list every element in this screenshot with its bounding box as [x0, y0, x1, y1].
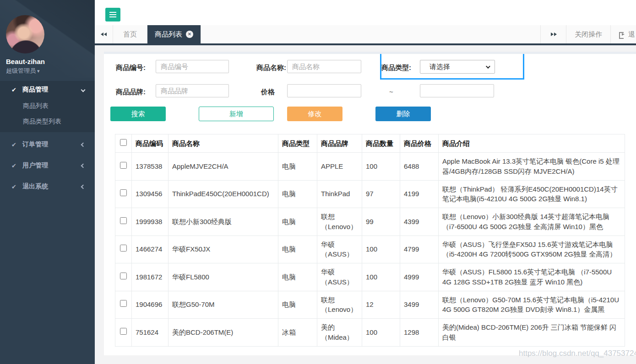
- delete-button[interactable]: 删除: [375, 107, 431, 121]
- cell-code: 1999938: [132, 208, 169, 236]
- cell-type: 电脑: [278, 291, 317, 319]
- price-max-input[interactable]: [420, 84, 494, 97]
- edit-button[interactable]: 修改: [287, 107, 342, 121]
- watermark: https://blog.csdn.net/qq_43753724: [519, 349, 636, 358]
- logout-button[interactable]: 退: [610, 25, 636, 43]
- cell-price: 6488: [400, 153, 439, 181]
- sidebar-subitem-label: 商品列表: [23, 102, 49, 110]
- price-min-input[interactable]: [287, 84, 361, 97]
- tab-bar: 首页 商品列表 ✕ 关闭操作 退: [95, 25, 636, 45]
- name-label: 商品名称:: [256, 64, 286, 72]
- cell-price: 4999: [400, 263, 439, 291]
- sign-out-icon: [619, 31, 626, 38]
- cell-code: 1309456: [132, 180, 169, 208]
- cell-code: 1378538: [132, 153, 169, 181]
- avatar[interactable]: [6, 15, 44, 54]
- search-button[interactable]: 搜索: [110, 107, 166, 121]
- row-checkbox[interactable]: [120, 217, 127, 224]
- double-right-arrow-icon: [551, 32, 554, 36]
- cell-intro: 华硕（ASUS）飞行堡垒FX50J 15.6英寸游戏笔记本电脑（i5-4200H…: [439, 236, 625, 263]
- close-operations-button[interactable]: 关闭操作: [566, 25, 610, 43]
- cell-name: 美的BCD-206TM(E): [169, 319, 278, 347]
- role-label: 超级管理员: [6, 67, 36, 74]
- cell-code: 1981672: [132, 263, 169, 291]
- brand-input[interactable]: [156, 84, 229, 97]
- cell-type: 电脑: [278, 263, 317, 291]
- sidebar-item-goods-list[interactable]: 商品列表: [0, 98, 95, 114]
- double-right-arrow-icon: [554, 32, 557, 36]
- cell-name: AppleMJVE2CH/A: [169, 153, 278, 181]
- col-header-price: 商品价格: [400, 134, 439, 153]
- double-left-arrow-icon: [101, 32, 103, 36]
- cell-intro: 美的(Midea) BCD-206TM(E) 206升 三门冰箱 节能保鲜 闪白…: [439, 319, 625, 347]
- cell-type: 电脑: [278, 153, 317, 181]
- chevron-left-icon: [81, 184, 86, 189]
- top-header: [95, 0, 636, 25]
- close-tab-icon[interactable]: ✕: [186, 31, 193, 38]
- table-header-row: 商品编码 商品名称 商品类型 商品品牌 商品数量 商品价格 商品介绍: [115, 134, 625, 153]
- scroll-tabs-right-button[interactable]: [540, 25, 566, 43]
- tab-home[interactable]: 首页: [113, 25, 147, 43]
- code-input[interactable]: [156, 60, 229, 73]
- chevron-left-icon: [81, 142, 86, 147]
- double-left-arrow-icon: [104, 32, 107, 36]
- type-select-value: 请选择: [429, 63, 450, 71]
- tab-label: 首页: [123, 30, 137, 39]
- scroll-tabs-left-button[interactable]: [95, 25, 113, 43]
- check-icon: ✔: [11, 141, 16, 148]
- logout-label: 退: [628, 30, 635, 39]
- tab-bar-right-actions: 关闭操作 退: [540, 25, 636, 43]
- row-checkbox[interactable]: [120, 189, 127, 196]
- cell-brand: 华硕（ASUS）: [317, 236, 362, 263]
- cell-code: 1466274: [132, 236, 169, 263]
- add-button[interactable]: 新增: [199, 107, 274, 121]
- cell-intro: Apple MacBook Air 13.3英寸笔记本电脑 银色(Core i5…: [439, 153, 625, 181]
- row-checkbox[interactable]: [120, 328, 127, 335]
- tab-goods-list[interactable]: 商品列表 ✕: [147, 25, 201, 43]
- cell-qty: 100: [362, 153, 400, 181]
- sidebar-item-exit-system[interactable]: ✔ 退出系统: [0, 178, 95, 195]
- col-header-qty: 商品数量: [362, 134, 400, 153]
- cell-code: 751624: [132, 319, 169, 347]
- dropdown-arrow-icon: [486, 64, 490, 69]
- check-icon: ✔: [11, 86, 16, 93]
- sidebar-item-user-management[interactable]: ✔ 用户管理: [0, 157, 95, 174]
- cell-name: 联想G50-70M: [169, 291, 278, 319]
- table-row: 1466274 华硕FX50JX 电脑 华硕（ASUS） 100 4799 华硕…: [115, 236, 625, 263]
- caret-down-icon: ▾: [37, 68, 40, 74]
- cell-price: 4199: [400, 180, 439, 208]
- name-input[interactable]: [287, 60, 361, 73]
- role-dropdown[interactable]: 超级管理员▾: [6, 67, 89, 75]
- sidebar-item-goods-type-list[interactable]: 商品类型列表: [0, 114, 95, 129]
- profile-block: Beaut-zihan 超级管理员▾: [0, 0, 95, 75]
- col-header-type: 商品类型: [278, 134, 317, 153]
- main-content: 商品编号: 商品名称: 商品类型: 请选择 商品品牌: 商品品牌: 价格 ~ 搜…: [95, 45, 636, 364]
- cell-name: ThinkPadE450C(20EH0001CD): [169, 180, 278, 208]
- cell-type: 电脑: [278, 236, 317, 263]
- price-range-separator: ~: [389, 88, 393, 96]
- cell-type: 冰箱: [278, 319, 317, 347]
- type-label: 商品类型:: [381, 64, 411, 72]
- sidebar-item-goods-management[interactable]: ✔ 商品管理: [0, 81, 95, 98]
- select-all-checkbox[interactable]: [120, 139, 127, 146]
- type-select[interactable]: 请选择: [420, 60, 495, 74]
- sidebar-item-order-management[interactable]: ✔ 订单管理: [0, 136, 95, 153]
- check-icon: ✔: [11, 162, 16, 169]
- cell-price: 4399: [400, 208, 439, 236]
- cell-type: 电脑: [278, 208, 317, 236]
- cell-brand: ThinkPad: [317, 180, 362, 208]
- cell-intro: 联想（Lenovo）G50-70M 15.6英寸笔记本电脑（i5-4210U 4…: [439, 291, 625, 319]
- col-header-intro: 商品介绍: [439, 134, 625, 153]
- table-row: 1904696 联想G50-70M 电脑 联想（Lenovo） 12 3499 …: [115, 291, 625, 319]
- row-checkbox[interactable]: [120, 245, 127, 252]
- price-label: 价格: [261, 88, 275, 96]
- content-panel: 商品编号: 商品名称: 商品类型: 请选择 商品品牌: 商品品牌: 价格 ~ 搜…: [104, 52, 636, 355]
- cell-name: 华硕FX50JX: [169, 236, 278, 263]
- hamburger-button[interactable]: [105, 8, 120, 21]
- cell-name: 华硕FL5800: [169, 263, 278, 291]
- row-checkbox[interactable]: [120, 162, 127, 169]
- row-checkbox[interactable]: [120, 300, 127, 307]
- row-checkbox[interactable]: [120, 273, 127, 279]
- nav-group-goods: ✔ 商品管理 商品列表 商品类型列表: [0, 81, 95, 132]
- brand-label: 商品品牌:: [116, 88, 146, 96]
